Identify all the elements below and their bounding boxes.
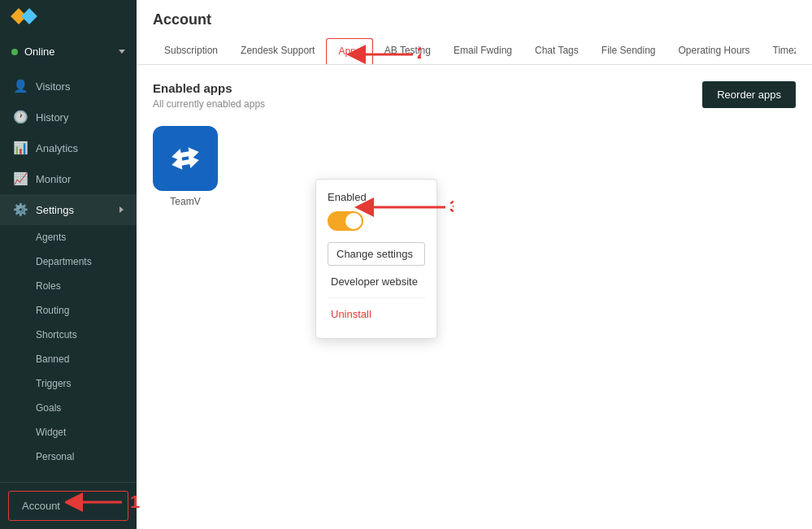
sub-nav-triggers[interactable]: Triggers xyxy=(0,371,137,396)
settings-icon: ⚙️ xyxy=(13,202,28,217)
logo-icon xyxy=(13,8,39,31)
sidebar-item-analytics[interactable]: 📊 Analytics xyxy=(0,132,137,163)
tab-timezone[interactable]: Timezone xyxy=(762,38,796,64)
logo-diamond-right xyxy=(21,8,37,24)
sidebar-bottom: Account xyxy=(0,482,137,529)
tab-subscription[interactable]: Subscription xyxy=(153,38,229,64)
tab-ab-testing[interactable]: AB Testing xyxy=(373,38,442,64)
status-label: Online xyxy=(24,46,55,58)
tab-zendesk[interactable]: Zendesk Support xyxy=(229,38,326,64)
sidebar-item-monitor[interactable]: 📈 Monitor xyxy=(0,163,137,194)
page-title: Account xyxy=(153,11,796,28)
developer-website-link[interactable]: Developer website xyxy=(328,269,425,294)
sub-nav-departments[interactable]: Departments xyxy=(0,249,137,274)
sidebar-item-label: Analytics xyxy=(36,142,78,154)
logo xyxy=(0,0,137,39)
svg-text:3: 3 xyxy=(449,197,454,215)
toggle-container xyxy=(328,211,425,231)
account-bottom-button[interactable]: Account xyxy=(8,491,128,521)
monitor-icon: 📈 xyxy=(13,171,28,186)
section-subtitle: All currently enabled apps xyxy=(153,98,796,110)
sidebar-item-label: History xyxy=(36,111,68,124)
app-context-menu: Enabled Change settings Developer websit… xyxy=(315,179,437,339)
sidebar-nav: 👤 Visitors 🕐 History 📊 Analytics 📈 Monit… xyxy=(0,64,137,482)
change-settings-button[interactable]: Change settings xyxy=(328,242,425,266)
app-card-teamviewer: TeamV xyxy=(153,126,218,207)
popup-divider xyxy=(328,297,425,298)
app-label: TeamV xyxy=(153,196,218,207)
tab-chat-tags[interactable]: Chat Tags xyxy=(523,38,590,64)
sidebar: Online 👤 Visitors 🕐 History 📊 Analytics … xyxy=(0,0,137,529)
uninstall-button[interactable]: Uninstall xyxy=(328,301,425,327)
sidebar-item-settings[interactable]: ⚙️ Settings xyxy=(0,194,137,225)
sidebar-item-label: Settings xyxy=(36,204,74,216)
sub-nav-roles[interactable]: Roles xyxy=(0,274,137,298)
sub-nav-routing[interactable]: Routing xyxy=(0,298,137,323)
tab-email-fwding[interactable]: Email Fwding xyxy=(442,38,523,64)
settings-sub-nav: Agents Departments Roles Routing Shortcu… xyxy=(0,225,137,469)
analytics-icon: 📊 xyxy=(13,141,28,155)
teamviewer-svg xyxy=(163,137,207,180)
sub-nav-personal[interactable]: Personal xyxy=(0,444,137,469)
tab-file-sending[interactable]: File Sending xyxy=(590,38,667,64)
sidebar-item-history[interactable]: 🕐 History xyxy=(0,102,137,132)
chevron-down-icon xyxy=(119,50,125,54)
sub-nav-banned[interactable]: Banned xyxy=(0,347,137,371)
main-body: Enabled apps All currently enabled apps … xyxy=(137,65,812,529)
toggle-knob xyxy=(345,213,362,229)
sidebar-item-visitors[interactable]: 👤 Visitors xyxy=(0,71,137,102)
svg-point-0 xyxy=(164,137,206,180)
sub-nav-agents[interactable]: Agents xyxy=(0,225,137,249)
main-content: Account Subscription Zendesk Support App… xyxy=(137,0,812,529)
tab-apps[interactable]: Apps xyxy=(326,38,372,64)
sub-nav-goals[interactable]: Goals xyxy=(0,396,137,420)
reorder-apps-button[interactable]: Reorder apps xyxy=(702,81,796,108)
sub-nav-widget[interactable]: Widget xyxy=(0,420,137,444)
sidebar-item-label: Visitors xyxy=(36,80,70,93)
app-icon-teamviewer xyxy=(153,126,218,191)
status-selector[interactable]: Online xyxy=(0,39,137,64)
sidebar-item-label: Monitor xyxy=(36,173,71,185)
chevron-icon xyxy=(119,206,124,213)
status-dot xyxy=(11,49,18,55)
tab-operating-hours[interactable]: Operating Hours xyxy=(667,38,762,64)
section-title: Enabled apps xyxy=(153,81,796,95)
history-icon: 🕐 xyxy=(13,110,28,124)
tabs-bar: Subscription Zendesk Support Apps AB Tes… xyxy=(153,38,796,64)
main-header: Account Subscription Zendesk Support App… xyxy=(137,0,812,65)
sub-nav-shortcuts[interactable]: Shortcuts xyxy=(0,323,137,347)
enabled-toggle[interactable] xyxy=(328,211,363,231)
enabled-label: Enabled xyxy=(328,191,425,203)
visitors-icon: 👤 xyxy=(13,79,28,93)
account-bottom-label: Account xyxy=(22,500,60,512)
